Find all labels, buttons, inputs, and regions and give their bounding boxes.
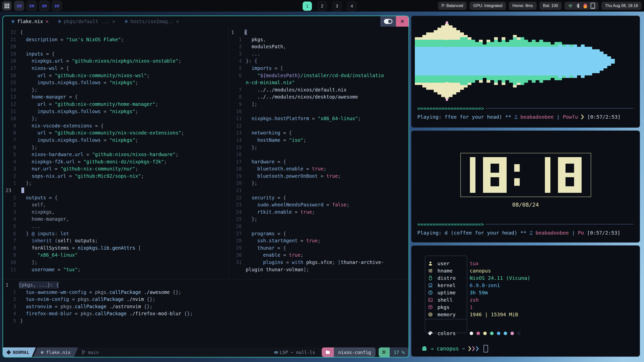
editor-split: 22{21 description = "tux's NixOS Flake";… <box>3 27 409 279</box>
code-line: 11 nixpkgs.hostPlatform = "x86_64-linux"… <box>229 115 409 122</box>
code-line: 2 modulesPath, <box>229 43 409 50</box>
viz-column <box>603 21 607 101</box>
viz-column <box>592 21 596 101</box>
editor-pane-flake[interactable]: 22{21 description = "tux's NixOS Flake";… <box>3 27 228 279</box>
close-tab-icon[interactable]: × <box>112 18 115 24</box>
viz-column <box>517 21 520 101</box>
viz-column <box>434 21 437 101</box>
code-line: 7 inputs.nixpkgs.follows = "nixpkgs"; <box>3 137 228 144</box>
editor-tab[interactable]: ❄hosts/isoImag..× <box>125 18 179 24</box>
code-line: 9 "x86_64-linux" <box>3 251 228 259</box>
viz-column <box>532 21 536 101</box>
editor-pane-pkgs[interactable]: 1{pkgs, ...}: {1 tux-awesome-wm-config =… <box>3 279 409 341</box>
viz-column <box>570 21 573 101</box>
viz-column <box>483 21 487 101</box>
close-tab-icon[interactable]: × <box>176 18 179 24</box>
viz-column <box>577 21 581 101</box>
viz-column <box>415 21 419 101</box>
lsp-label: LSP ~ null-ls <box>280 350 315 355</box>
project-label: nixos-config <box>334 347 376 357</box>
launcher-button[interactable] <box>2 1 12 11</box>
branch-label: main <box>88 350 99 355</box>
terminal-icon <box>428 297 433 303</box>
editor-pane-iso[interactable]: 1{1 pkgs,2 modulesPath,3 ...4}: {5 impor… <box>228 27 409 279</box>
code-line: 27 programs = { <box>229 230 409 237</box>
file-segment: ❄ flake.nix <box>33 347 78 357</box>
viz-column <box>562 21 566 101</box>
viz-column <box>539 21 543 101</box>
code-line: 13 home-manager = { <box>3 93 228 101</box>
prompt-arrow: → <box>430 346 434 352</box>
code-line: 5 nixos-hardware.url = "github:nixos/nix… <box>3 151 228 158</box>
nix-snowflake-icon: ❄ <box>58 18 61 24</box>
player1-separator: =====================> <box>417 105 634 111</box>
colors-label: colors <box>437 330 470 336</box>
fetch-row-distro: distroNixOS 24.11 (Vicuna) <box>428 274 530 282</box>
viz-column <box>588 21 592 101</box>
code-line: n-cd-minimal.nix" <box>229 79 409 86</box>
code-line: 2 self, <box>3 201 228 208</box>
shell-prompt[interactable]: → canopus ~ <box>421 345 488 352</box>
status-area: P: BalancedGPU: IntegratedHome: 8msBat: … <box>438 0 641 12</box>
workspace-button[interactable]: $W <box>39 1 49 11</box>
code-line: 14 }; <box>3 86 228 94</box>
code-line: 20 <box>3 43 228 50</box>
mode-label: NORMAL <box>13 350 29 355</box>
scroll-percent: 17 % <box>390 347 409 357</box>
code-line: 18 nixpkgs.url = "github:nixos/nixpkgs/n… <box>3 57 228 65</box>
close-tab-icon[interactable]: × <box>46 18 49 24</box>
code-line: 1 outputs = { <box>3 194 228 201</box>
workspace-button[interactable]: $W <box>27 1 37 11</box>
tag-button-4[interactable]: 4 <box>347 2 356 11</box>
code-line: 4 firefox-mod-blur = pkgs.callPackage ./… <box>3 310 409 317</box>
viz-column <box>528 21 532 101</box>
color-swatch <box>470 332 473 335</box>
viz-column <box>547 21 551 101</box>
code-line: 26 <box>229 223 409 230</box>
code-line: 9 ]; <box>229 101 409 108</box>
color-swatches <box>470 332 521 335</box>
tag-button-2[interactable]: 2 <box>317 2 327 11</box>
code-line: 25 }; <box>229 215 409 223</box>
phone-icon <box>591 3 595 9</box>
chip-icon <box>428 312 433 317</box>
code-line: 31 plugins = with pkgs.xfce; [thunar-arc… <box>229 259 409 266</box>
fetch-row-kernel: kernel6.9.8-zen1 <box>428 282 500 289</box>
viz-column <box>490 21 494 101</box>
code-line: 11 inputs.nixpkgs.follows = "nixpkgs"; <box>3 108 228 115</box>
now-playing-1: Playing: ffee for your head) ** ♫ beabad… <box>417 114 634 120</box>
datetime-label: Thu Aug 08, 18:18 <box>605 4 638 8</box>
code-line: 29 thunar = { <box>229 244 409 252</box>
laptop-icon <box>428 283 433 288</box>
toggle-widget[interactable] <box>380 16 396 27</box>
viz-column <box>585 21 588 101</box>
user-icon <box>428 261 433 266</box>
editor-tab[interactable]: ❄flake.nix× <box>12 18 49 24</box>
fetch-row-hname: hnamecanopus <box>428 267 491 274</box>
clock-icon <box>428 290 433 295</box>
gears-icon: ⚙⚙ <box>274 350 277 355</box>
code-line: 10 }; <box>3 115 228 122</box>
code-line: 23 sudo.wheelNeedsPassword = false; <box>229 201 409 208</box>
viz-column <box>611 21 615 101</box>
ghost-icon <box>421 346 427 352</box>
code-line: 17 hardware = { <box>229 158 409 165</box>
color-swatch <box>497 332 500 335</box>
code-line: 13 networking = { <box>229 129 409 137</box>
tag-button-1[interactable]: 1 <box>303 2 312 11</box>
code-line: 19 bluetooth.powerOnBoot = true; <box>229 172 409 180</box>
fetch-row-memory: memory1946 | 15394 MiB <box>428 311 518 318</box>
workspace-button[interactable]: $W <box>52 1 62 11</box>
window-controls: × <box>380 16 409 27</box>
code-line: 12 url = "github:nix-community/home-mana… <box>3 101 228 108</box>
workspace-button[interactable]: $W <box>14 1 24 11</box>
tag-button-3[interactable]: 3 <box>332 2 342 11</box>
close-window-button[interactable]: × <box>396 16 409 27</box>
code-line: 10 ]; <box>3 259 228 266</box>
prompt-path: ~ <box>462 346 465 352</box>
viz-column <box>453 21 456 101</box>
viz-column <box>622 21 626 101</box>
code-line: 9 nix-vscode-extensions = { <box>3 122 228 129</box>
code-line: 8 url = "github:nix-community/nix-vscode… <box>3 129 228 137</box>
editor-tab[interactable]: ❄pkgs/default ...× <box>58 18 115 24</box>
